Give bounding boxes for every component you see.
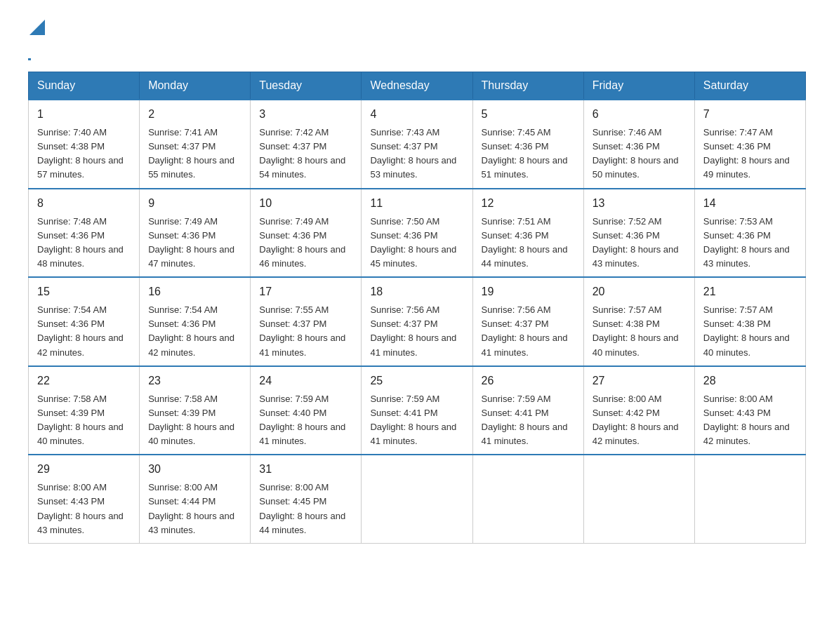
- sunset-text: Sunset: 4:39 PM: [37, 408, 105, 418]
- sunrise-text: Sunrise: 7:56 AM: [482, 304, 551, 315]
- day-number: 24: [259, 373, 352, 389]
- sunrise-text: Sunrise: 7:46 AM: [593, 127, 662, 137]
- daylight-text: Daylight: 8 hours and 41 minutes.: [370, 333, 456, 357]
- day-number: 14: [703, 195, 797, 212]
- calendar-cell: 8 Sunrise: 7:48 AM Sunset: 4:36 PM Dayli…: [29, 189, 140, 278]
- sunrise-text: Sunrise: 7:48 AM: [37, 216, 107, 227]
- day-number: 21: [703, 283, 797, 300]
- sunset-text: Sunset: 4:43 PM: [37, 496, 105, 507]
- week-row-1: 1 Sunrise: 7:40 AM Sunset: 4:38 PM Dayli…: [29, 100, 806, 189]
- sunrise-text: Sunrise: 8:00 AM: [593, 394, 662, 404]
- sunset-text: Sunset: 4:36 PM: [148, 230, 216, 241]
- sunrise-text: Sunrise: 7:40 AM: [37, 127, 107, 137]
- daylight-text: Daylight: 8 hours and 40 minutes.: [593, 333, 679, 357]
- sunset-text: Sunset: 4:41 PM: [482, 408, 549, 418]
- day-info: Sunrise: 7:49 AM Sunset: 4:36 PM Dayligh…: [148, 215, 241, 271]
- calendar-cell: 26 Sunrise: 7:59 AM Sunset: 4:41 PM Dayl…: [472, 366, 583, 455]
- day-number: 4: [370, 106, 463, 123]
- sunrise-text: Sunrise: 7:42 AM: [259, 127, 329, 137]
- day-number: 2: [148, 106, 241, 123]
- calendar-cell: 19 Sunrise: 7:56 AM Sunset: 4:37 PM Dayl…: [472, 277, 583, 366]
- logo-blue-text: [28, 34, 31, 60]
- week-row-4: 22 Sunrise: 7:58 AM Sunset: 4:39 PM Dayl…: [29, 366, 806, 455]
- sunset-text: Sunset: 4:40 PM: [259, 408, 326, 418]
- calendar-cell: 15 Sunrise: 7:54 AM Sunset: 4:36 PM Dayl…: [29, 277, 140, 366]
- sunrise-text: Sunrise: 7:47 AM: [703, 127, 773, 137]
- day-number: 29: [37, 461, 131, 478]
- daylight-text: Daylight: 8 hours and 43 minutes.: [37, 511, 124, 535]
- sunset-text: Sunset: 4:38 PM: [37, 141, 105, 152]
- calendar-cell: 16 Sunrise: 7:54 AM Sunset: 4:36 PM Dayl…: [140, 277, 251, 366]
- sunset-text: Sunset: 4:37 PM: [259, 318, 326, 329]
- calendar-cell: 11 Sunrise: 7:50 AM Sunset: 4:36 PM Dayl…: [362, 189, 472, 278]
- calendar-cell: 5 Sunrise: 7:45 AM Sunset: 4:36 PM Dayli…: [472, 100, 583, 189]
- sunrise-text: Sunrise: 7:50 AM: [370, 216, 439, 227]
- col-header-sunday: Sunday: [29, 72, 140, 100]
- sunrise-text: Sunrise: 7:59 AM: [482, 394, 551, 404]
- sunrise-text: Sunrise: 7:54 AM: [148, 304, 218, 315]
- daylight-text: Daylight: 8 hours and 49 minutes.: [703, 155, 790, 180]
- sunset-text: Sunset: 4:36 PM: [482, 141, 549, 152]
- calendar-cell: 2 Sunrise: 7:41 AM Sunset: 4:37 PM Dayli…: [140, 100, 251, 189]
- day-info: Sunrise: 7:57 AM Sunset: 4:38 PM Dayligh…: [703, 303, 797, 360]
- day-info: Sunrise: 7:46 AM Sunset: 4:36 PM Dayligh…: [593, 126, 686, 182]
- col-header-saturday: Saturday: [694, 72, 805, 100]
- sunrise-text: Sunrise: 7:41 AM: [148, 127, 218, 137]
- calendar-cell: 27 Sunrise: 8:00 AM Sunset: 4:42 PM Dayl…: [583, 366, 694, 455]
- sunrise-text: Sunrise: 7:57 AM: [593, 304, 662, 315]
- day-info: Sunrise: 8:00 AM Sunset: 4:43 PM Dayligh…: [37, 481, 131, 537]
- daylight-text: Daylight: 8 hours and 46 minutes.: [259, 244, 345, 269]
- sunrise-text: Sunrise: 7:49 AM: [148, 216, 218, 227]
- sunrise-text: Sunrise: 8:00 AM: [259, 482, 329, 492]
- day-info: Sunrise: 7:47 AM Sunset: 4:36 PM Dayligh…: [703, 126, 797, 182]
- sunrise-text: Sunrise: 7:43 AM: [370, 127, 439, 137]
- col-header-friday: Friday: [583, 72, 694, 100]
- day-info: Sunrise: 7:43 AM Sunset: 4:37 PM Dayligh…: [370, 126, 463, 182]
- calendar-cell: [472, 455, 583, 543]
- day-number: 22: [37, 373, 131, 389]
- day-info: Sunrise: 7:59 AM Sunset: 4:41 PM Dayligh…: [370, 392, 463, 449]
- day-info: Sunrise: 7:51 AM Sunset: 4:36 PM Dayligh…: [482, 215, 575, 271]
- sunset-text: Sunset: 4:36 PM: [370, 230, 437, 241]
- sunset-text: Sunset: 4:44 PM: [148, 496, 216, 507]
- logo: [28, 21, 45, 58]
- page-header: [28, 21, 806, 58]
- calendar-cell: [694, 455, 805, 543]
- day-number: 17: [259, 283, 352, 300]
- day-number: 7: [703, 106, 797, 123]
- calendar-cell: 18 Sunrise: 7:56 AM Sunset: 4:37 PM Dayl…: [362, 277, 472, 366]
- logo-triangle-icon: [29, 20, 45, 35]
- sunset-text: Sunset: 4:36 PM: [703, 230, 771, 241]
- logo-blue-line: [28, 34, 31, 58]
- sunrise-text: Sunrise: 7:45 AM: [482, 127, 551, 137]
- calendar-cell: 31 Sunrise: 8:00 AM Sunset: 4:45 PM Dayl…: [251, 455, 362, 543]
- week-row-2: 8 Sunrise: 7:48 AM Sunset: 4:36 PM Dayli…: [29, 189, 806, 278]
- day-number: 20: [593, 283, 686, 300]
- calendar-cell: [362, 455, 472, 543]
- calendar-cell: 23 Sunrise: 7:58 AM Sunset: 4:39 PM Dayl…: [140, 366, 251, 455]
- sunset-text: Sunset: 4:37 PM: [370, 141, 437, 152]
- day-info: Sunrise: 7:42 AM Sunset: 4:37 PM Dayligh…: [259, 126, 352, 182]
- sunset-text: Sunset: 4:36 PM: [37, 318, 105, 329]
- sunrise-text: Sunrise: 7:51 AM: [482, 216, 551, 227]
- daylight-text: Daylight: 8 hours and 51 minutes.: [482, 155, 568, 180]
- day-number: 19: [482, 283, 575, 300]
- sunset-text: Sunset: 4:38 PM: [703, 318, 771, 329]
- day-number: 6: [593, 106, 686, 123]
- day-info: Sunrise: 7:54 AM Sunset: 4:36 PM Dayligh…: [148, 303, 241, 360]
- sunrise-text: Sunrise: 7:58 AM: [37, 394, 107, 404]
- day-info: Sunrise: 8:00 AM Sunset: 4:45 PM Dayligh…: [259, 481, 352, 537]
- sunset-text: Sunset: 4:36 PM: [37, 230, 105, 241]
- day-info: Sunrise: 7:52 AM Sunset: 4:36 PM Dayligh…: [593, 215, 686, 271]
- day-number: 26: [482, 373, 575, 389]
- day-number: 8: [37, 195, 131, 212]
- sunset-text: Sunset: 4:39 PM: [148, 408, 216, 418]
- daylight-text: Daylight: 8 hours and 43 minutes.: [148, 511, 234, 535]
- day-info: Sunrise: 7:49 AM Sunset: 4:36 PM Dayligh…: [259, 215, 352, 271]
- sunrise-text: Sunrise: 7:56 AM: [370, 304, 439, 315]
- calendar-cell: 21 Sunrise: 7:57 AM Sunset: 4:38 PM Dayl…: [694, 277, 805, 366]
- day-info: Sunrise: 8:00 AM Sunset: 4:43 PM Dayligh…: [703, 392, 797, 449]
- day-number: 9: [148, 195, 241, 212]
- week-row-3: 15 Sunrise: 7:54 AM Sunset: 4:36 PM Dayl…: [29, 277, 806, 366]
- daylight-text: Daylight: 8 hours and 47 minutes.: [148, 244, 234, 269]
